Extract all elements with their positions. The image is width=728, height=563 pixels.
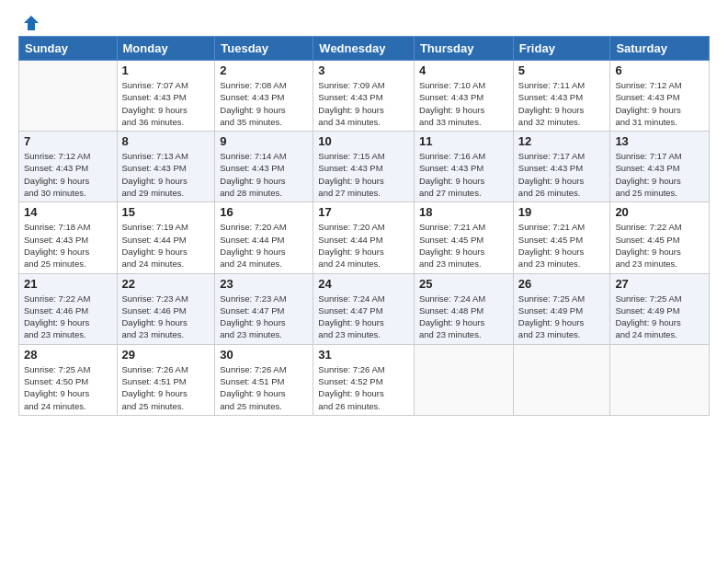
day-number: 23 <box>220 277 308 291</box>
day-number: 7 <box>24 134 112 148</box>
day-number: 18 <box>419 205 508 219</box>
calendar-header-monday: Monday <box>117 37 215 61</box>
day-info: Sunrise: 7:10 AM Sunset: 4:43 PM Dayligh… <box>419 79 508 128</box>
day-number: 19 <box>518 205 606 219</box>
calendar-week-row: 14Sunrise: 7:18 AM Sunset: 4:43 PM Dayli… <box>19 202 710 273</box>
calendar-cell: 24Sunrise: 7:24 AM Sunset: 4:47 PM Dayli… <box>313 273 415 344</box>
calendar-cell: 30Sunrise: 7:26 AM Sunset: 4:51 PM Dayli… <box>215 344 313 415</box>
calendar-week-row: 7Sunrise: 7:12 AM Sunset: 4:43 PM Daylig… <box>19 132 710 202</box>
day-number: 4 <box>419 63 508 77</box>
day-number: 1 <box>122 63 210 77</box>
day-number: 30 <box>220 348 308 362</box>
day-number: 11 <box>419 134 508 148</box>
calendar-cell: 2Sunrise: 7:08 AM Sunset: 4:43 PM Daylig… <box>215 61 313 132</box>
calendar-cell: 5Sunrise: 7:11 AM Sunset: 4:43 PM Daylig… <box>513 61 610 132</box>
day-info: Sunrise: 7:07 AM Sunset: 4:43 PM Dayligh… <box>122 79 210 128</box>
day-number: 16 <box>220 205 308 219</box>
calendar-cell: 10Sunrise: 7:15 AM Sunset: 4:43 PM Dayli… <box>313 132 415 202</box>
day-number: 28 <box>24 348 112 362</box>
calendar-cell: 6Sunrise: 7:12 AM Sunset: 4:43 PM Daylig… <box>610 61 710 132</box>
calendar-cell: 28Sunrise: 7:25 AM Sunset: 4:50 PM Dayli… <box>19 344 118 415</box>
calendar-week-row: 21Sunrise: 7:22 AM Sunset: 4:46 PM Dayli… <box>19 273 710 344</box>
calendar-cell <box>19 61 118 132</box>
day-number: 6 <box>615 63 704 77</box>
day-info: Sunrise: 7:21 AM Sunset: 4:45 PM Dayligh… <box>518 221 606 270</box>
day-info: Sunrise: 7:08 AM Sunset: 4:43 PM Dayligh… <box>220 79 308 128</box>
day-info: Sunrise: 7:25 AM Sunset: 4:49 PM Dayligh… <box>615 293 704 341</box>
day-info: Sunrise: 7:15 AM Sunset: 4:43 PM Dayligh… <box>318 150 409 199</box>
calendar-header-friday: Friday <box>513 37 610 61</box>
calendar-week-row: 28Sunrise: 7:25 AM Sunset: 4:50 PM Dayli… <box>19 344 710 415</box>
calendar-header-wednesday: Wednesday <box>313 37 415 61</box>
calendar-table: SundayMondayTuesdayWednesdayThursdayFrid… <box>18 36 710 416</box>
calendar-cell: 11Sunrise: 7:16 AM Sunset: 4:43 PM Dayli… <box>414 132 513 202</box>
calendar-cell: 21Sunrise: 7:22 AM Sunset: 4:46 PM Dayli… <box>19 273 118 344</box>
calendar-cell: 19Sunrise: 7:21 AM Sunset: 4:45 PM Dayli… <box>513 202 610 273</box>
day-number: 13 <box>615 134 704 148</box>
calendar-cell: 29Sunrise: 7:26 AM Sunset: 4:51 PM Dayli… <box>117 344 215 415</box>
calendar-cell: 25Sunrise: 7:24 AM Sunset: 4:48 PM Dayli… <box>414 273 513 344</box>
day-number: 12 <box>518 134 606 148</box>
calendar-cell: 14Sunrise: 7:18 AM Sunset: 4:43 PM Dayli… <box>19 202 118 273</box>
calendar-cell: 3Sunrise: 7:09 AM Sunset: 4:43 PM Daylig… <box>313 61 415 132</box>
calendar-week-row: 1Sunrise: 7:07 AM Sunset: 4:43 PM Daylig… <box>19 61 710 132</box>
day-info: Sunrise: 7:24 AM Sunset: 4:48 PM Dayligh… <box>419 293 508 341</box>
day-info: Sunrise: 7:24 AM Sunset: 4:47 PM Dayligh… <box>318 293 409 341</box>
calendar-cell: 16Sunrise: 7:20 AM Sunset: 4:44 PM Dayli… <box>215 202 313 273</box>
day-info: Sunrise: 7:26 AM Sunset: 4:51 PM Dayligh… <box>122 363 210 412</box>
day-number: 8 <box>122 134 210 148</box>
header <box>18 14 710 29</box>
calendar-header-thursday: Thursday <box>414 37 513 61</box>
calendar-header-sunday: Sunday <box>19 37 118 61</box>
day-info: Sunrise: 7:20 AM Sunset: 4:44 PM Dayligh… <box>220 221 308 270</box>
calendar-cell: 1Sunrise: 7:07 AM Sunset: 4:43 PM Daylig… <box>117 61 215 132</box>
calendar-cell: 9Sunrise: 7:14 AM Sunset: 4:43 PM Daylig… <box>215 132 313 202</box>
calendar-cell: 20Sunrise: 7:22 AM Sunset: 4:45 PM Dayli… <box>610 202 710 273</box>
day-info: Sunrise: 7:09 AM Sunset: 4:43 PM Dayligh… <box>318 79 409 128</box>
day-info: Sunrise: 7:14 AM Sunset: 4:43 PM Dayligh… <box>220 150 308 199</box>
day-info: Sunrise: 7:22 AM Sunset: 4:46 PM Dayligh… <box>24 293 112 341</box>
day-info: Sunrise: 7:23 AM Sunset: 4:47 PM Dayligh… <box>220 293 308 341</box>
day-info: Sunrise: 7:23 AM Sunset: 4:46 PM Dayligh… <box>122 293 210 341</box>
calendar-cell: 18Sunrise: 7:21 AM Sunset: 4:45 PM Dayli… <box>414 202 513 273</box>
calendar-header-row: SundayMondayTuesdayWednesdayThursdayFrid… <box>19 37 710 61</box>
calendar-cell: 12Sunrise: 7:17 AM Sunset: 4:43 PM Dayli… <box>513 132 610 202</box>
day-number: 24 <box>318 277 409 291</box>
day-number: 31 <box>318 348 409 362</box>
calendar-cell: 15Sunrise: 7:19 AM Sunset: 4:44 PM Dayli… <box>117 202 215 273</box>
calendar-cell: 22Sunrise: 7:23 AM Sunset: 4:46 PM Dayli… <box>117 273 215 344</box>
calendar-cell: 23Sunrise: 7:23 AM Sunset: 4:47 PM Dayli… <box>215 273 313 344</box>
calendar-cell <box>513 344 610 415</box>
day-info: Sunrise: 7:26 AM Sunset: 4:51 PM Dayligh… <box>220 363 308 412</box>
day-number: 9 <box>220 134 308 148</box>
day-number: 27 <box>615 277 704 291</box>
day-number: 20 <box>615 205 704 219</box>
day-info: Sunrise: 7:11 AM Sunset: 4:43 PM Dayligh… <box>518 79 606 128</box>
calendar-cell <box>414 344 513 415</box>
day-number: 10 <box>318 134 409 148</box>
day-info: Sunrise: 7:12 AM Sunset: 4:43 PM Dayligh… <box>615 79 704 128</box>
calendar-cell: 7Sunrise: 7:12 AM Sunset: 4:43 PM Daylig… <box>19 132 118 202</box>
day-info: Sunrise: 7:20 AM Sunset: 4:44 PM Dayligh… <box>318 221 409 270</box>
day-info: Sunrise: 7:12 AM Sunset: 4:43 PM Dayligh… <box>24 150 112 199</box>
day-number: 2 <box>220 63 308 77</box>
page: SundayMondayTuesdayWednesdayThursdayFrid… <box>0 0 728 563</box>
day-info: Sunrise: 7:25 AM Sunset: 4:50 PM Dayligh… <box>24 363 112 412</box>
day-number: 14 <box>24 205 112 219</box>
day-info: Sunrise: 7:17 AM Sunset: 4:43 PM Dayligh… <box>615 150 704 199</box>
calendar-cell: 17Sunrise: 7:20 AM Sunset: 4:44 PM Dayli… <box>313 202 415 273</box>
day-info: Sunrise: 7:13 AM Sunset: 4:43 PM Dayligh… <box>122 150 210 199</box>
calendar-cell: 13Sunrise: 7:17 AM Sunset: 4:43 PM Dayli… <box>610 132 710 202</box>
calendar-header-tuesday: Tuesday <box>215 37 313 61</box>
day-number: 22 <box>122 277 210 291</box>
day-info: Sunrise: 7:21 AM Sunset: 4:45 PM Dayligh… <box>419 221 508 270</box>
day-number: 26 <box>518 277 606 291</box>
svg-marker-0 <box>24 16 39 30</box>
day-number: 3 <box>318 63 409 77</box>
calendar-cell: 31Sunrise: 7:26 AM Sunset: 4:52 PM Dayli… <box>313 344 415 415</box>
day-number: 29 <box>122 348 210 362</box>
day-number: 21 <box>24 277 112 291</box>
calendar-header-saturday: Saturday <box>610 37 710 61</box>
day-number: 17 <box>318 205 409 219</box>
day-info: Sunrise: 7:17 AM Sunset: 4:43 PM Dayligh… <box>518 150 606 199</box>
